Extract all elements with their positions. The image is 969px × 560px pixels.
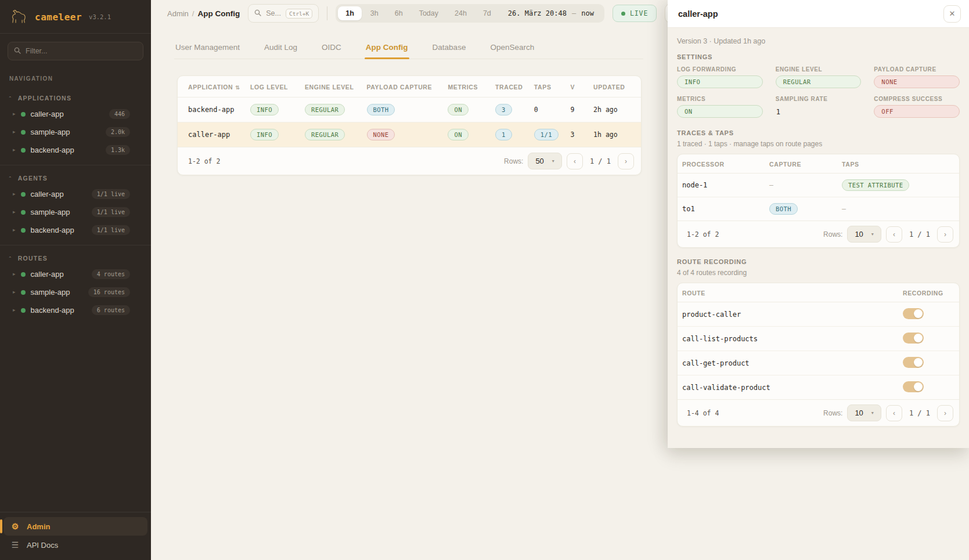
tab-audit-log[interactable]: Audit Log — [263, 41, 298, 59]
column-label: APPLICATION — [188, 84, 233, 91]
status-dot-icon — [21, 210, 26, 215]
item-count-badge: 1/1 live — [92, 225, 130, 235]
time-range-3h[interactable]: 3h — [363, 6, 386, 20]
column-label: PROCESSOR — [682, 161, 725, 168]
field-value: INFO — [677, 75, 763, 88]
tab-database[interactable]: Database — [431, 41, 467, 59]
traces-pagination: 1-2 of 2 Rows: 10 ▾ ‹ 1 / 1 › — [678, 221, 959, 247]
item-label: Admin — [27, 522, 50, 531]
sidebar-section-applications: ⌃APPLICATIONS▸caller-app446▸sample-app2.… — [0, 85, 151, 165]
status-dot-icon — [21, 130, 26, 135]
cell-value: to1 — [682, 205, 695, 213]
time-range-6h[interactable]: 6h — [387, 6, 410, 20]
sidebar-item-sample-app[interactable]: ▸sample-app16 routes — [0, 283, 151, 301]
status-dot-icon — [21, 308, 26, 313]
section-header-applications[interactable]: ⌃APPLICATIONS — [0, 90, 151, 105]
status-badge: NONE — [367, 129, 395, 140]
chevron-right-icon: ▸ — [13, 272, 16, 277]
table-cell: ON — [443, 97, 490, 122]
column-header-taps: TAPS — [837, 154, 959, 174]
cell-value: 1h ago — [593, 131, 618, 139]
rows-per-page-select[interactable]: 50 ▾ — [528, 153, 561, 169]
app-version: v3.2.1 — [89, 13, 111, 20]
table-cell: — — [837, 197, 959, 221]
sidebar-item-api-docs[interactable]: ☰API Docs — [3, 536, 147, 554]
sidebar-item-backend-app[interactable]: ▸backend-app1.3k — [0, 141, 151, 159]
sidebar-item-sample-app[interactable]: ▸sample-app2.0k — [0, 123, 151, 141]
section-header-routes[interactable]: ⌃ROUTES — [0, 250, 151, 265]
table-cell: 0 — [529, 97, 566, 122]
table-cell: REGULAR — [300, 122, 362, 147]
table-row: call-validate-product — [678, 375, 959, 400]
table-cell: call-get-product — [678, 351, 898, 375]
rows-per-page-select[interactable]: 10 ▾ — [847, 404, 881, 421]
recording-toggle[interactable] — [903, 357, 924, 368]
breadcrumb-parent[interactable]: Admin — [167, 9, 189, 18]
sidebar-filter[interactable] — [8, 42, 143, 60]
table-cell: node-1 — [678, 174, 765, 197]
rows-per-page-select[interactable]: 10 ▾ — [847, 226, 881, 243]
tab-opensearch[interactable]: OpenSearch — [489, 41, 535, 59]
time-range-1h[interactable]: 1h — [338, 6, 362, 20]
live-button[interactable]: LIVE — [613, 5, 657, 22]
table-cell: ON — [443, 122, 490, 147]
tab-user-management[interactable]: User Management — [174, 41, 241, 59]
close-button[interactable]: ✕ — [943, 5, 961, 23]
sidebar-item-caller-app[interactable]: ▸caller-app1/1 live — [0, 185, 151, 203]
table-cell: 1 — [491, 122, 529, 147]
next-page-button[interactable]: › — [937, 226, 953, 243]
next-page-button[interactable]: › — [937, 405, 953, 421]
table-row: call-get-product — [678, 351, 959, 375]
global-search[interactable]: Se... Ctrl+K — [248, 4, 319, 23]
applications-table-card: APPLICATION⇅LOG LEVELENGINE LEVELPAYLOAD… — [177, 75, 642, 175]
table-cell: to1 — [678, 197, 765, 221]
field-value: NONE — [874, 75, 960, 88]
setting-field-sampling-rate: SAMPLING RATE1 — [776, 96, 862, 119]
field-label: PAYLOAD CAPTURE — [874, 66, 960, 73]
prev-page-button[interactable]: ‹ — [567, 153, 583, 169]
recording-toggle[interactable] — [903, 381, 924, 392]
cell-value: 9 — [570, 106, 574, 114]
sort-icon: ⇅ — [235, 85, 240, 91]
time-range-7d[interactable]: 7d — [476, 6, 499, 20]
column-header-application[interactable]: APPLICATION⇅ — [178, 76, 246, 97]
filter-input[interactable] — [26, 47, 137, 55]
column-header-engine-level: ENGINE LEVEL — [300, 76, 362, 97]
sidebar-item-admin[interactable]: ⚙Admin — [3, 517, 147, 536]
column-header-log-level: LOG LEVEL — [246, 76, 300, 97]
table-row[interactable]: caller-appINFOREGULARNONEON11/131h ago — [178, 122, 641, 147]
chevron-right-icon: ▸ — [13, 192, 16, 197]
recording-toggle[interactable] — [903, 333, 924, 344]
prev-page-button[interactable]: ‹ — [886, 226, 902, 243]
time-range-today[interactable]: Today — [412, 6, 446, 20]
table-cell: 9 — [565, 97, 589, 122]
column-header-recording: RECORDING — [898, 283, 959, 302]
date-range-display[interactable]: 26. März 20:48 — now — [500, 9, 602, 17]
table-cell: NONE — [362, 122, 444, 147]
next-page-button[interactable]: › — [618, 153, 634, 169]
section-header-agents[interactable]: ⌃AGENTS — [0, 170, 151, 185]
column-header-metrics: METRICS — [443, 76, 490, 97]
sidebar-item-caller-app[interactable]: ▸caller-app446 — [0, 105, 151, 123]
table-cell: BOTH — [765, 197, 837, 221]
traces-subtitle: 1 traced · 1 taps · manage taps on route… — [677, 140, 960, 148]
chevron-down-icon: ▾ — [552, 158, 554, 164]
route-name: product-caller — [682, 310, 741, 319]
item-count-badge: 1.3k — [106, 145, 130, 155]
column-label: V — [570, 84, 575, 91]
tab-oidc[interactable]: OIDC — [320, 41, 343, 59]
prev-page-button[interactable]: ‹ — [886, 405, 902, 421]
item-count-badge: 6 routes — [92, 305, 130, 315]
sidebar-item-backend-app[interactable]: ▸backend-app6 routes — [0, 301, 151, 319]
drawer-body: Version 3 · Updated 1h ago SETTINGS LOG … — [668, 28, 969, 445]
toggle-knob — [914, 309, 923, 318]
tab-app-config[interactable]: App Config — [365, 41, 409, 59]
table-row[interactable]: backend-appINFOREGULARBOTHON3092h ago — [178, 97, 641, 122]
setting-field-compress-success: COMPRESS SUCCESSOFF — [874, 96, 960, 119]
time-range-24h[interactable]: 24h — [447, 6, 474, 20]
sidebar-item-caller-app[interactable]: ▸caller-app4 routes — [0, 265, 151, 283]
sidebar-item-backend-app[interactable]: ▸backend-app1/1 live — [0, 221, 151, 239]
recording-toggle[interactable] — [903, 308, 924, 319]
cell-value: caller-app — [188, 131, 230, 139]
sidebar-item-sample-app[interactable]: ▸sample-app1/1 live — [0, 203, 151, 221]
